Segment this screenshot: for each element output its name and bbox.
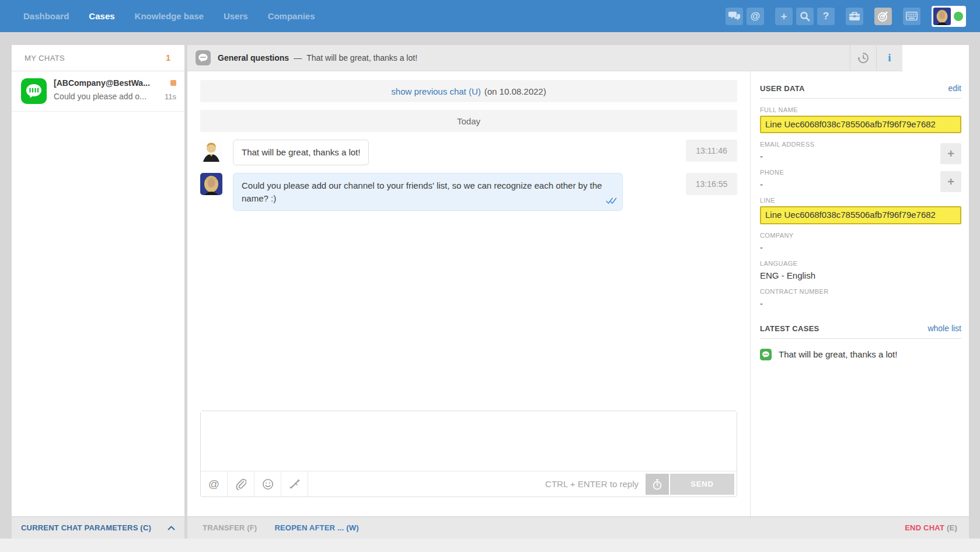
- my-chats-header: MY CHATS 1: [12, 45, 184, 71]
- end-chat-label: END CHAT: [905, 523, 944, 532]
- field-label: PHONE: [760, 169, 961, 176]
- line-channel-icon-gray: [196, 50, 211, 65]
- case-card: General questions — That will be great, …: [187, 45, 969, 516]
- user-data-header: USER DATA edit: [760, 84, 961, 99]
- nav-actions: @ ＋ ?: [726, 6, 966, 27]
- message-text: Could you please add our channel to your…: [242, 180, 602, 203]
- nav-tab-knowledge-base[interactable]: Knowledge base: [135, 11, 204, 21]
- mention-icon[interactable]: @: [201, 471, 228, 497]
- line-channel-icon: [21, 78, 47, 104]
- nav-tab-companies[interactable]: Companies: [268, 11, 315, 21]
- my-chats-count: 1: [166, 53, 170, 63]
- comments-icon[interactable]: [726, 8, 743, 25]
- latest-cases-header: LATEST CASES whole list: [760, 324, 961, 339]
- canned-responses-icon[interactable]: [281, 471, 308, 497]
- latest-cases-title: LATEST CASES: [760, 324, 819, 333]
- field-value-highlighted: Line Uec6068f038c785506afb7f96f79e7682: [760, 116, 961, 133]
- nav-tabs: Dashboard Cases Knowledge base Users Com…: [23, 11, 315, 21]
- agent-profile[interactable]: [932, 6, 966, 27]
- unread-indicator: [170, 80, 176, 86]
- add-phone-button[interactable]: +: [940, 171, 961, 192]
- composer-toolbar: @ CTRL + ENTER to reply SEND: [201, 471, 737, 497]
- chat-list-item[interactable]: [ABCompany@BestWa... Could you please ad…: [12, 71, 184, 112]
- field-company: COMPANY -: [760, 232, 961, 252]
- edit-link[interactable]: edit: [948, 84, 961, 93]
- field-value-highlighted: Line Uec6068f038c785506afb7f96f79e7682: [760, 206, 961, 224]
- current-chat-parameters-button[interactable]: CURRENT CHAT PARAMETERS (C): [12, 516, 184, 539]
- latest-case-item[interactable]: That will be great, thanks a lot!: [760, 349, 961, 360]
- online-status-dot[interactable]: [954, 12, 963, 21]
- search-icon[interactable]: [796, 8, 814, 25]
- message-row-agent: Could you please add our channel to your…: [200, 173, 737, 211]
- add-icon[interactable]: ＋: [775, 8, 793, 25]
- attach-icon[interactable]: [228, 471, 254, 497]
- previous-chat-date: (on 10.08.2022): [484, 86, 546, 96]
- user-data-panel: USER DATA edit FULL NAME Line Uec6068f03…: [751, 71, 969, 516]
- whole-list-link[interactable]: whole list: [927, 324, 961, 333]
- show-previous-chat-link[interactable]: show previous chat (U): [391, 86, 480, 96]
- nav-tab-cases[interactable]: Cases: [89, 11, 114, 21]
- nav-tab-users[interactable]: Users: [224, 11, 248, 21]
- chat-item-preview: Could you please add o...: [54, 92, 161, 101]
- chat-subject: That will be great, thanks a lot!: [306, 53, 417, 63]
- message-bubble: Could you please add our channel to your…: [233, 173, 623, 211]
- current-chat-parameters-label: CURRENT CHAT PARAMETERS (C): [21, 523, 151, 532]
- field-label: FULL NAME: [760, 106, 961, 113]
- add-email-button[interactable]: +: [940, 143, 961, 164]
- page-bottom-strip: [0, 539, 980, 552]
- latest-case-text: That will be great, thanks a lot!: [779, 349, 897, 359]
- send-button[interactable]: SEND: [670, 474, 734, 495]
- field-full-name: FULL NAME Line Uec6068f038c785506afb7f96…: [760, 106, 961, 133]
- user-info-toggle-button[interactable]: i: [876, 45, 902, 71]
- field-value: -: [760, 151, 961, 161]
- transfer-button[interactable]: TRANSFER (F): [203, 523, 257, 532]
- field-label: LINE: [760, 197, 961, 204]
- double-check-icon: [606, 195, 618, 208]
- field-value: -: [760, 242, 961, 252]
- chat-header: General questions — That will be great, …: [187, 45, 902, 71]
- end-chat-button[interactable]: END CHAT(E): [905, 523, 957, 532]
- field-label: COMPANY: [760, 232, 961, 239]
- delay-send-button[interactable]: [646, 474, 669, 495]
- field-label: CONTRACT NUMBER: [760, 288, 961, 295]
- field-value: ENG - English: [760, 270, 961, 280]
- previous-chat-bar: show previous chat (U) (on 10.08.2022): [200, 80, 737, 102]
- mention-icon[interactable]: @: [747, 8, 764, 25]
- user-data-title: USER DATA: [760, 84, 805, 93]
- message-row-customer: That will be great, thanks a lot! 13:11:…: [200, 140, 737, 165]
- field-value: -: [760, 298, 961, 308]
- my-chats-panel: MY CHATS 1 [ABCompany@BestWa... Could yo…: [12, 45, 184, 516]
- field-label: LANGUAGE: [760, 260, 961, 267]
- field-email: EMAIL ADDRESS - +: [760, 141, 961, 161]
- briefcase-icon[interactable]: [846, 8, 863, 25]
- field-label: EMAIL ADDRESS: [760, 141, 961, 148]
- end-chat-hotkey: (E): [947, 523, 957, 532]
- nav-tab-dashboard[interactable]: Dashboard: [23, 11, 69, 21]
- message-time: 13:11:46: [686, 140, 737, 162]
- info-icon: i: [888, 51, 891, 64]
- goals-icon[interactable]: [874, 8, 892, 25]
- emoji-icon[interactable]: [254, 471, 281, 497]
- stopwatch-icon: [652, 478, 662, 490]
- chat-group-name: General questions: [218, 53, 289, 63]
- agent-avatar: [200, 173, 222, 195]
- customer-avatar: [200, 140, 222, 162]
- chat-wait-time: 11s: [165, 92, 176, 101]
- field-contract-number: CONTRACT NUMBER -: [760, 288, 961, 308]
- chat-header-separator: —: [294, 53, 302, 63]
- message-bubble: That will be great, thanks a lot!: [233, 140, 369, 165]
- help-icon[interactable]: ?: [817, 8, 835, 25]
- reopen-after-button[interactable]: REOPEN AFTER ... (W): [274, 523, 358, 532]
- chat-body: show previous chat (U) (on 10.08.2022) T…: [187, 71, 751, 516]
- reply-input[interactable]: [201, 411, 737, 471]
- message-time: 13:16:55: [686, 173, 737, 195]
- chevron-up-icon: [168, 526, 175, 530]
- field-language: LANGUAGE ENG - English: [760, 260, 961, 280]
- reply-composer: @ CTRL + ENTER to reply SEND: [200, 411, 737, 497]
- field-line: LINE Line Uec6068f038c785506afb7f96f79e7…: [760, 197, 961, 224]
- agent-avatar: [933, 8, 951, 25]
- keyboard-icon[interactable]: [903, 8, 920, 25]
- chat-actions-footer: TRANSFER (F) REOPEN AFTER ... (W) END CH…: [187, 516, 969, 539]
- history-button[interactable]: [850, 45, 876, 71]
- chat-item-title: [ABCompany@BestWa...: [54, 78, 161, 88]
